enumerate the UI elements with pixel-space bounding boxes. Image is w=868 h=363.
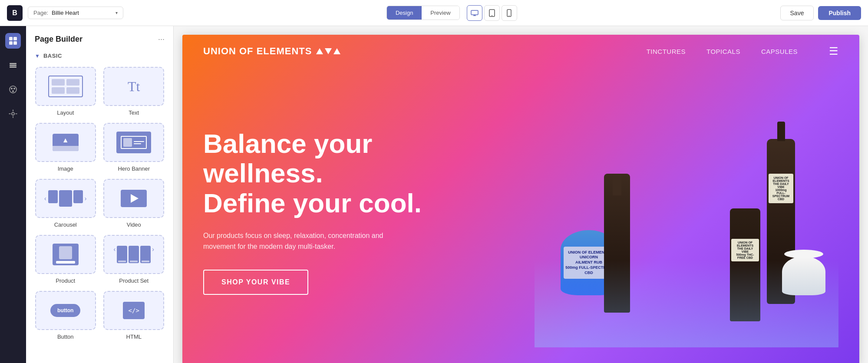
bottle-group: UNION OF ELEMENTSUNICORNAILMENT RUB500mg…	[535, 87, 838, 347]
widget-button[interactable]: button Button	[35, 291, 96, 340]
preview-button[interactable]: Preview	[422, 6, 459, 20]
hero-cta-button[interactable]: SHOP YOUR VIBE	[203, 270, 308, 295]
widget-product-set-label: Product Set	[119, 277, 149, 284]
bottle-right-label: UNION OF ELEMENTSTHE DAILYVIBE1000mgFULL…	[769, 174, 793, 203]
nav-icon-home[interactable]	[5, 33, 21, 49]
html-icon: </>	[123, 302, 145, 319]
svg-rect-8	[13, 37, 17, 40]
page-value: Billie Heart	[52, 10, 79, 16]
product-set-icon: ‹ ›	[114, 246, 154, 263]
widget-text[interactable]: Tt Text	[103, 67, 165, 116]
triangle-down-icon	[325, 48, 332, 54]
canvas-area[interactable]: UNION OF ELEMENTS TINCTURES TOPICALS CAP…	[174, 26, 868, 363]
page-selector[interactable]: Page: Billie Heart ▾	[28, 7, 123, 19]
widget-image-label: Image	[58, 165, 73, 172]
svg-rect-9	[9, 41, 13, 45]
hero-banner-icon	[116, 132, 151, 153]
widget-video[interactable]: Video	[103, 179, 165, 228]
section-header: ▼ BASIC	[26, 48, 173, 63]
hero-logo-text: UNION OF ELEMENTS	[203, 46, 312, 57]
widget-button-label: Button	[57, 333, 74, 340]
widget-carousel-label: Carousel	[54, 221, 77, 228]
canvas-inner: UNION OF ELEMENTS TINCTURES TOPICALS CAP…	[182, 35, 859, 363]
sidebar-more-icon[interactable]: ···	[158, 35, 165, 44]
sidebar-header: Page Builder ···	[26, 26, 173, 48]
mobile-view-button[interactable]	[502, 5, 517, 21]
svg-point-15	[11, 88, 13, 89]
hero-nav: UNION OF ELEMENTS TINCTURES TOPICALS CAP…	[182, 35, 859, 68]
widget-product-label: Product	[56, 277, 75, 284]
widget-html[interactable]: </> HTML	[103, 291, 165, 340]
products-visual: UNION OF ELEMENTSUNICORNAILMENT RUB500mg…	[535, 87, 838, 347]
widget-layout-label: Layout	[57, 109, 74, 116]
publish-button[interactable]: Publish	[818, 6, 861, 20]
video-icon	[121, 190, 147, 207]
section-label: BASIC	[43, 53, 62, 59]
tablet-view-button[interactable]	[484, 5, 500, 21]
hero-subtext: Our products focus on sleep, relaxation,…	[203, 230, 412, 252]
svg-rect-0	[471, 10, 478, 15]
main-layout: Page Builder ··· ▼ BASIC Layout	[0, 26, 868, 363]
jar-white-lid	[784, 250, 823, 258]
hero-logo-icon	[316, 48, 340, 54]
widget-hero-banner[interactable]: Hero Banner	[103, 123, 165, 172]
top-center: Design Preview	[129, 5, 775, 21]
widget-button-icon-box: button	[35, 291, 96, 330]
widget-layout[interactable]: Layout	[35, 67, 96, 116]
widget-carousel[interactable]: ‹ › Carousel	[35, 179, 96, 228]
widget-product-set-icon-box: ‹ ›	[103, 235, 164, 274]
hero-banner-preview: UNION OF ELEMENTS TINCTURES TOPICALS CAP…	[182, 35, 859, 363]
nav-icon-settings[interactable]	[5, 106, 21, 122]
triangle-up-icon	[316, 48, 323, 54]
page-label: Page:	[33, 10, 48, 16]
app-logo: B	[7, 5, 23, 21]
view-mode-icons	[467, 5, 517, 21]
widget-hero-label: Hero Banner	[118, 165, 150, 172]
design-preview-toggle: Design Preview	[386, 6, 460, 20]
top-right: Save Publish	[780, 6, 861, 20]
widget-carousel-icon-box: ‹ ›	[35, 179, 96, 218]
hero-nav-links: TINCTURES TOPICALS CAPSULES ☰	[647, 45, 838, 57]
top-bar: B Page: Billie Heart ▾ Design Preview	[0, 0, 868, 26]
widget-html-label: HTML	[126, 333, 142, 340]
chevron-down-icon: ▾	[116, 10, 118, 15]
hero-logo: UNION OF ELEMENTS	[203, 46, 340, 57]
nav-icon-layers[interactable]	[5, 57, 21, 73]
hero-heading: Balance your wellness. Define your cool.	[203, 129, 429, 218]
svg-rect-7	[9, 37, 13, 40]
widget-video-label: Video	[127, 221, 141, 228]
nav-link-tinctures[interactable]: TINCTURES	[647, 48, 686, 55]
widget-product[interactable]: Product	[35, 235, 96, 284]
section-collapse-icon[interactable]: ▼	[35, 53, 40, 59]
widget-product-set[interactable]: ‹ › Product Set	[103, 235, 165, 284]
widget-image-icon-box	[35, 123, 96, 162]
desktop-view-button[interactable]	[467, 5, 482, 21]
svg-rect-12	[10, 65, 17, 66]
hero-heading-line1: Balance your wellness.	[203, 129, 429, 188]
widget-video-icon-box	[103, 179, 164, 218]
widget-text-icon-box: Tt	[103, 67, 164, 106]
hero-heading-line2: Define your cool.	[203, 188, 429, 218]
design-button[interactable]: Design	[387, 6, 422, 20]
widget-html-icon-box: </>	[103, 291, 164, 330]
text-icon: Tt	[128, 79, 140, 95]
svg-point-6	[509, 15, 510, 16]
svg-rect-10	[13, 41, 17, 45]
hero-content: Balance your wellness. Define your cool.…	[182, 68, 859, 363]
save-button[interactable]: Save	[780, 6, 814, 20]
nav-link-capsules[interactable]: CAPSULES	[761, 48, 798, 55]
button-icon: button	[50, 304, 80, 317]
widget-image[interactable]: Image	[35, 123, 96, 172]
nav-icon-palette[interactable]	[5, 82, 21, 97]
hamburger-icon[interactable]: ☰	[829, 45, 838, 57]
product-icon	[53, 244, 79, 265]
layout-icon	[48, 76, 83, 97]
svg-rect-13	[10, 66, 17, 68]
widget-text-label: Text	[129, 109, 139, 116]
ice-overlay	[535, 261, 838, 347]
bottle-medium-label: UNION OF ELEMENTSTHE DAILYVIBE500mg THC-…	[731, 239, 759, 261]
nav-link-topicals[interactable]: TOPICALS	[706, 48, 740, 55]
left-nav	[0, 26, 26, 363]
triangle-up-2-icon	[333, 48, 340, 54]
sidebar: Page Builder ··· ▼ BASIC Layout	[26, 26, 174, 363]
